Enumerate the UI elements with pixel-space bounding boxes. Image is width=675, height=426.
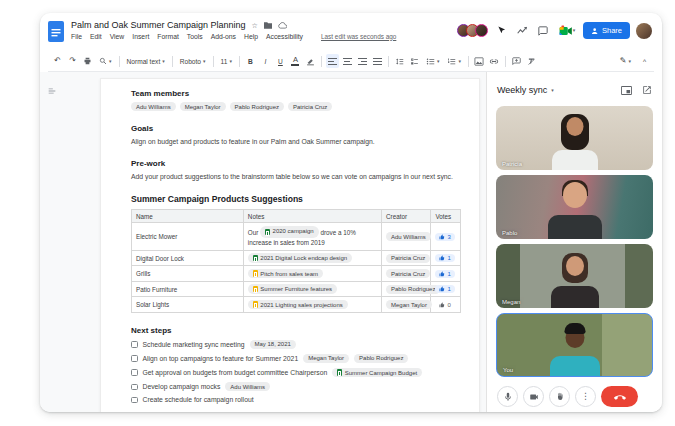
product-notes[interactable]: 2021 Lighting sales projections <box>243 297 381 313</box>
add-comment-button[interactable] <box>510 54 523 68</box>
follow-cursor-icon[interactable] <box>494 23 509 38</box>
product-notes[interactable]: Summer Furniture features <box>243 281 381 297</box>
product-votes[interactable]: 1 <box>431 266 461 282</box>
underline-button[interactable]: U <box>274 54 287 68</box>
bulleted-list-dropdown[interactable]: ▾ <box>423 54 443 68</box>
person-chip[interactable]: Patricia Cruz <box>386 269 430 278</box>
document-outline-icon[interactable] <box>47 82 57 100</box>
font-size-dropdown[interactable]: 11▾ <box>218 54 235 68</box>
slides-doc-chip[interactable]: Pitch from sales team <box>248 269 323 279</box>
menu-help[interactable]: Help <box>244 33 258 40</box>
meet-presentation-icon[interactable]: ▾ <box>557 23 577 38</box>
vote-badge[interactable]: 1 <box>435 285 454 293</box>
redo-icon[interactable]: ↷ <box>66 54 79 68</box>
person-chip[interactable]: Pablo Rodriguez <box>386 285 440 294</box>
participant-tile[interactable]: Patricia <box>496 106 653 170</box>
align-left-button[interactable] <box>326 54 339 68</box>
menu-tools[interactable]: Tools <box>187 33 203 40</box>
checkbox[interactable] <box>131 369 138 376</box>
person-chip[interactable]: Adu Williams <box>131 102 176 111</box>
vote-badge[interactable]: 1 <box>435 254 454 262</box>
menu-accessibility[interactable]: Accessibility <box>266 33 303 40</box>
person-chip[interactable]: Adu Williams <box>386 232 431 241</box>
product-name[interactable]: Solar Lights <box>132 297 244 313</box>
product-notes[interactable]: Our 2020 campaign drove a 10% increase i… <box>243 223 381 250</box>
person-chip[interactable]: Patricia Cruz <box>386 254 430 263</box>
vote-badge[interactable]: 3 <box>435 233 454 241</box>
checklist-button[interactable] <box>408 54 421 68</box>
checkbox[interactable] <box>131 355 138 362</box>
vote-badge[interactable]: 1 <box>435 270 454 278</box>
product-name[interactable]: Patio Furniture <box>132 281 244 297</box>
text-color-button[interactable]: A <box>289 54 302 68</box>
sheets-doc-chip[interactable]: 2020 campaign <box>260 226 319 238</box>
slides-doc-chip[interactable]: 2021 Lighting sales projections <box>248 300 348 310</box>
product-creator[interactable]: Patricia Cruz <box>382 250 431 266</box>
microphone-button[interactable] <box>497 386 518 407</box>
product-votes[interactable]: 3 <box>431 223 461 250</box>
slides-doc-chip[interactable]: Summer Furniture features <box>248 284 337 294</box>
meeting-dropdown-icon[interactable]: ▾ <box>551 88 554 93</box>
account-avatar[interactable] <box>636 23 652 39</box>
editing-mode-dropdown[interactable]: ✎ ▾ <box>617 54 634 68</box>
more-options-button[interactable]: ⋮ <box>575 386 596 407</box>
product-votes[interactable]: 1 <box>431 281 461 297</box>
product-creator[interactable]: Megan Taylor <box>382 297 431 313</box>
document-page[interactable]: Team members Adu Williams Megan Taylor P… <box>100 78 480 412</box>
product-notes[interactable]: 2021 Digital Lock endcap design <box>243 250 381 266</box>
product-votes[interactable]: 0 <box>431 297 461 313</box>
checkbox[interactable] <box>131 397 138 404</box>
date-chip[interactable]: May 18, 2021 <box>250 340 296 349</box>
collapse-toolbar-icon[interactable]: ^ <box>638 54 651 68</box>
highlight-color-button[interactable] <box>304 54 317 68</box>
product-creator[interactable]: Pablo Rodriguez <box>382 281 431 297</box>
move-folder-icon[interactable] <box>264 22 272 29</box>
person-chip[interactable]: Megan Taylor <box>386 300 432 309</box>
insert-link-button[interactable] <box>488 54 501 68</box>
participant-tile[interactable]: Pablo <box>496 175 653 239</box>
align-right-button[interactable] <box>356 54 369 68</box>
align-justify-button[interactable] <box>371 54 384 68</box>
menu-insert[interactable]: Insert <box>132 33 149 40</box>
last-edit-link[interactable]: Last edit was seconds ago <box>321 33 396 40</box>
person-chip[interactable]: Patricia Cruz <box>288 102 332 111</box>
end-call-button[interactable] <box>601 386 638 407</box>
product-name[interactable]: Digital Door Lock <box>132 250 244 266</box>
menu-addons[interactable]: Add-ons <box>211 33 236 40</box>
picture-in-picture-icon[interactable] <box>621 81 632 99</box>
print-icon[interactable] <box>81 54 94 68</box>
product-creator[interactable]: Adu Williams <box>382 223 431 250</box>
cloud-status-icon[interactable] <box>278 22 287 29</box>
paragraph-style-dropdown[interactable]: Normal text▾ <box>124 54 168 68</box>
menu-view[interactable]: View <box>110 33 125 40</box>
menu-format[interactable]: Format <box>157 33 179 40</box>
checkbox[interactable] <box>131 384 138 391</box>
google-docs-logo-icon[interactable] <box>48 21 64 46</box>
align-center-button[interactable] <box>341 54 354 68</box>
person-chip[interactable]: Pablo Rodriguez <box>354 354 408 363</box>
italic-button[interactable]: I <box>259 54 272 68</box>
participant-tile[interactable]: Megan <box>496 244 653 308</box>
undo-icon[interactable]: ↶ <box>51 54 64 68</box>
product-name[interactable]: Electric Mower <box>132 223 244 250</box>
product-notes[interactable]: Pitch from sales team <box>243 266 381 282</box>
raise-hand-button[interactable] <box>549 386 570 407</box>
product-name[interactable]: Grills <box>132 266 244 282</box>
font-family-dropdown[interactable]: Roboto▾ <box>177 54 209 68</box>
zoom-dropdown[interactable]: ▾ <box>96 54 115 68</box>
open-in-new-icon[interactable] <box>642 81 652 99</box>
menu-edit[interactable]: Edit <box>90 33 102 40</box>
menu-file[interactable]: File <box>71 33 82 40</box>
participant-tile-self-active[interactable]: You <box>496 313 653 377</box>
star-icon[interactable]: ☆ <box>252 22 258 29</box>
person-chip[interactable]: Adu Williams <box>225 382 270 391</box>
camera-button[interactable] <box>523 386 544 407</box>
line-spacing-button[interactable] <box>393 54 406 68</box>
insert-image-button[interactable] <box>473 54 486 68</box>
collaborator-avatars[interactable] <box>457 24 488 37</box>
sheets-doc-chip[interactable]: Summer Campaign Budget <box>332 368 422 378</box>
activity-trend-icon[interactable] <box>515 23 530 38</box>
checkbox[interactable] <box>131 341 138 348</box>
vote-badge[interactable]: 0 <box>435 301 454 309</box>
comment-icon[interactable] <box>536 23 551 38</box>
